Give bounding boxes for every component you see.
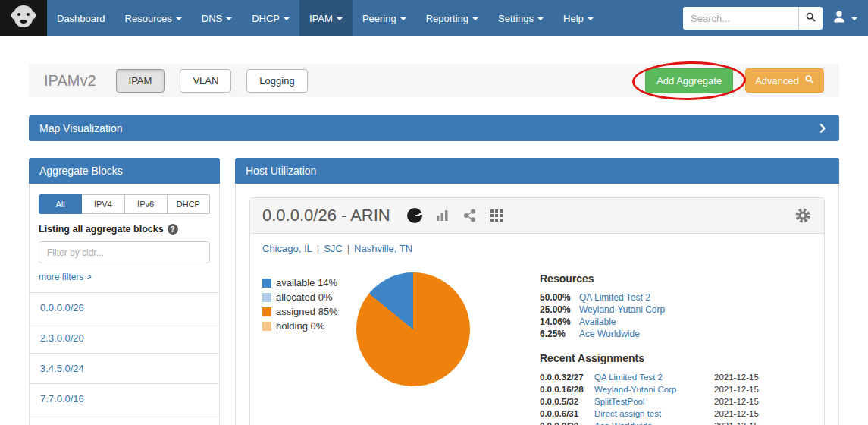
gear-icon[interactable]	[794, 206, 812, 225]
more-filters-link[interactable]: more filters >	[39, 272, 92, 282]
tab-ipv6[interactable]: IPv6	[125, 194, 168, 214]
legend-item: allocated 0%	[262, 291, 356, 303]
nav-item-help[interactable]: Help	[553, 0, 603, 36]
nav-item-label: Reporting	[426, 13, 468, 24]
logo[interactable]	[0, 0, 47, 36]
assignment-cidr: 0.0.0.5/32	[540, 395, 594, 408]
resource-link[interactable]: Available	[579, 316, 616, 327]
user-menu[interactable]	[832, 9, 857, 27]
nav-item-peering[interactable]: Peering	[353, 0, 416, 36]
location-link[interactable]: Nashville, TN	[354, 243, 412, 254]
nav-item-settings[interactable]: Settings	[488, 0, 553, 36]
list-item[interactable]: 3.4.5.0/24	[30, 354, 219, 384]
nav-item-dns[interactable]: DNS	[192, 0, 242, 36]
nav-item-dhcp[interactable]: DHCP	[242, 0, 299, 36]
tab-ipam[interactable]: IPAM	[116, 69, 165, 93]
assignment-cidr: 0.0.0.32/27	[540, 371, 594, 383]
legend-label: holding 0%	[276, 320, 324, 332]
block-filter-tabs: All IPV4 IPv6 DHCP	[39, 194, 210, 214]
nav-menu: Dashboard Resources DNS DHCP IPAM Peerin…	[47, 0, 603, 36]
nav-item-label: IPAM	[309, 13, 333, 24]
tab-vlan[interactable]: VLAN	[180, 69, 231, 93]
host-utilization-header: Host Utilization	[235, 158, 839, 184]
list-item[interactable]: 7.7.0.0/16	[30, 384, 219, 414]
nav-item-label: Dashboard	[57, 13, 105, 24]
table-row: 50.00%QA Limited Test 2	[540, 291, 812, 304]
legend-label: assigned 85%	[276, 306, 338, 317]
host-utilization-title: Host Utilization	[246, 165, 316, 177]
assignment-link[interactable]: QA Limited Test 2	[594, 371, 714, 383]
pie-legend: available 14% allocated 0% assigned 85% …	[262, 272, 356, 335]
assignment-link[interactable]: Ace Worldwide	[594, 420, 714, 425]
host-utilization-body: 0.0.0.0/26 - ARIN	[235, 184, 839, 425]
aggregate-blocks-title: Aggregate Blocks	[39, 165, 123, 177]
pie-chart[interactable]	[356, 272, 470, 386]
search-icon	[804, 74, 814, 87]
utilization-card-body: Chicago, IL|SJC|Nashville, TN available …	[250, 234, 824, 425]
nav-item-label: DHCP	[252, 13, 280, 24]
search-input[interactable]	[683, 7, 798, 30]
chevron-down-icon	[176, 17, 182, 20]
location-link[interactable]: SJC	[324, 243, 343, 254]
add-aggregate-button[interactable]: Add Aggregate	[645, 68, 733, 93]
nav-item-ipam[interactable]: IPAM	[299, 0, 353, 36]
resource-link[interactable]: Ace Worldwide	[579, 329, 640, 339]
table-row: 0.0.0.32/27QA Limited Test 22021-12-15	[540, 371, 812, 383]
nav-item-dashboard[interactable]: Dashboard	[47, 0, 115, 36]
resource-pct: 6.25%	[540, 328, 579, 340]
recent-assignments-heading: Recent Assignments	[540, 352, 812, 364]
tab-logging[interactable]: Logging	[246, 69, 307, 93]
cidr-filter-input[interactable]	[39, 241, 210, 263]
search-button[interactable]	[798, 7, 823, 30]
chart-row: available 14% allocated 0% assigned 85% …	[262, 272, 812, 425]
list-item[interactable]: 2.3.0.0/20	[30, 323, 219, 354]
resource-link[interactable]: Weyland-Yutani Corp	[579, 304, 665, 315]
help-icon[interactable]: ?	[168, 224, 178, 235]
share-icon[interactable]	[463, 209, 477, 222]
assignment-link[interactable]: Weyland-Yutani Corp	[594, 383, 714, 395]
nav-item-label: Resources	[125, 13, 172, 24]
gorilla-logo-icon	[8, 3, 39, 33]
map-visualization-bar[interactable]: Map Visualization	[29, 115, 839, 141]
pie-view-icon[interactable]	[407, 208, 422, 223]
list-item[interactable]	[30, 414, 219, 425]
search-group	[683, 7, 823, 30]
header-actions: Add Aggregate Advanced	[645, 68, 824, 93]
assignment-date: 2021-12-15	[714, 383, 759, 395]
legend-label: allocated 0%	[276, 291, 332, 303]
resource-link[interactable]: QA Limited Test 2	[579, 292, 650, 303]
assignment-link[interactable]: SplitTestPool	[594, 395, 714, 408]
assignment-date: 2021-12-15	[714, 408, 759, 420]
location-link[interactable]: Chicago, IL	[262, 243, 312, 254]
chevron-down-icon	[851, 17, 857, 20]
grid-view-icon[interactable]	[490, 209, 503, 222]
nav-item-label: Help	[563, 13, 584, 24]
tab-dhcp[interactable]: DHCP	[168, 194, 210, 214]
table-row: 25.00%Weyland-Yutani Corp	[540, 304, 812, 316]
aggregate-blocks-body: All IPV4 IPv6 DHCP Listing all aggregate…	[29, 184, 220, 425]
listing-label: Listing all aggregate blocks	[39, 224, 164, 235]
tab-ipv4[interactable]: IPV4	[82, 194, 124, 214]
assignment-date: 2021-12-15	[714, 395, 759, 408]
assignment-cidr: 0.0.0.6/31	[540, 408, 594, 420]
aggregate-blocks-header: Aggregate Blocks	[29, 158, 220, 184]
subnet-title: 0.0.0.0/26 - ARIN	[262, 206, 390, 225]
nav-item-resources[interactable]: Resources	[115, 0, 192, 36]
tab-all[interactable]: All	[39, 194, 82, 214]
resource-pct: 14.06%	[540, 316, 579, 328]
advanced-button[interactable]: Advanced	[745, 68, 824, 93]
table-row: 0.0.0.5/32SplitTestPool2021-12-15	[540, 395, 812, 408]
table-row: 0.0.0.6/31Direct assign test2021-12-15	[540, 408, 812, 420]
nav-item-reporting[interactable]: Reporting	[416, 0, 488, 36]
list-item[interactable]: 0.0.0.0/26	[30, 293, 219, 323]
utilization-card: 0.0.0.0/26 - ARIN	[249, 197, 825, 425]
table-row: 0.0.0.16/28Weyland-Yutani Corp2021-12-15	[540, 383, 812, 395]
assignment-link[interactable]: Direct assign test	[594, 408, 714, 420]
aggregate-blocks-panel: Aggregate Blocks All IPV4 IPv6 DHCP List…	[29, 158, 220, 425]
nav-item-label: DNS	[202, 13, 222, 24]
map-visualization-title: Map Visualization	[39, 122, 122, 134]
locations-row: Chicago, IL|SJC|Nashville, TN	[262, 243, 812, 254]
bar-chart-icon[interactable]	[436, 209, 450, 222]
assignment-date: 2021-12-15	[714, 371, 759, 383]
aggregate-block-list: 0.0.0.0/26 2.3.0.0/20 3.4.5.0/24 7.7.0.0…	[30, 292, 219, 425]
